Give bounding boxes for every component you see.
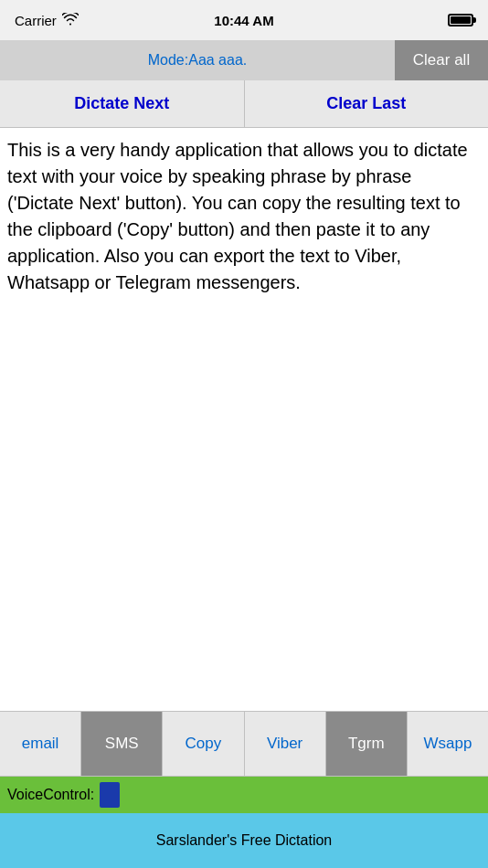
main-text: This is a very handy application that al… xyxy=(7,140,468,292)
status-bar: Carrier 10:44 AM xyxy=(0,0,488,40)
wifi-icon xyxy=(62,13,79,28)
tgrm-button[interactable]: Tgrm xyxy=(326,712,408,776)
voice-control-label: VoiceControl: xyxy=(7,787,94,803)
clear-all-button[interactable]: Clear all xyxy=(395,40,488,80)
action-bar: Dictate Next Clear Last xyxy=(0,80,488,128)
mode-bar: Mode:Aaa aaa. Clear all xyxy=(0,40,488,80)
voice-control-bar: VoiceControl: xyxy=(0,777,488,813)
clear-last-button[interactable]: Clear Last xyxy=(245,80,489,127)
voice-indicator xyxy=(100,782,120,808)
mode-text: Mode:Aaa aaa. xyxy=(0,40,395,80)
email-button[interactable]: email xyxy=(0,712,81,776)
carrier-label: Carrier xyxy=(15,13,57,28)
bottom-buttons-bar: email SMS Copy Viber Tgrm Wsapp xyxy=(0,711,488,777)
status-time: 10:44 AM xyxy=(214,13,273,28)
sms-button[interactable]: SMS xyxy=(81,712,163,776)
footer-text: Sarslander's Free Dictation xyxy=(156,832,332,849)
dictate-next-button[interactable]: Dictate Next xyxy=(0,80,245,127)
viber-button[interactable]: Viber xyxy=(245,712,326,776)
battery-icon xyxy=(448,14,473,26)
footer: Sarslander's Free Dictation xyxy=(0,813,488,868)
wsapp-button[interactable]: Wsapp xyxy=(408,712,488,776)
main-text-area: This is a very handy application that al… xyxy=(0,128,488,711)
copy-button[interactable]: Copy xyxy=(163,712,244,776)
